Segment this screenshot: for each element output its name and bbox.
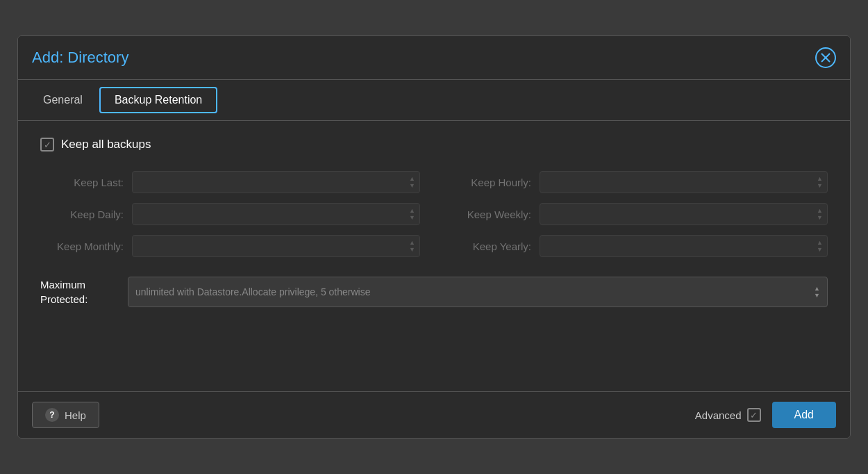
- field-row-keep-daily: Keep Daily: ▲ ▼: [40, 203, 420, 225]
- keep-hourly-spinner[interactable]: ▲ ▼: [817, 176, 823, 189]
- spinner-down-icon: ▼: [409, 215, 415, 221]
- spinner-up-icon: ▲: [817, 240, 823, 246]
- spinner-up-icon: ▲: [817, 208, 823, 214]
- spinner-down-icon: ▼: [817, 247, 823, 253]
- help-button[interactable]: ? Help: [32, 402, 99, 428]
- add-directory-dialog: Add: Directory General Backup Retention …: [17, 35, 851, 439]
- spinner-up-icon: ▲: [409, 208, 415, 214]
- add-button[interactable]: Add: [772, 402, 836, 428]
- field-row-keep-yearly: Keep Yearly: ▲ ▼: [448, 235, 828, 257]
- spinner-down-icon: ▼: [817, 215, 823, 221]
- advanced-checkbox[interactable]: [747, 408, 761, 422]
- tab-general[interactable]: General: [29, 87, 97, 113]
- keep-last-label: Keep Last:: [40, 177, 124, 188]
- max-protected-input[interactable]: unlimited with Datastore.Allocate privil…: [128, 277, 828, 307]
- keep-hourly-label: Keep Hourly:: [448, 177, 531, 188]
- help-icon: ?: [45, 408, 59, 422]
- spinner-down-icon: ▼: [817, 183, 823, 189]
- field-row-keep-last: Keep Last: ▲ ▼: [40, 171, 420, 193]
- keep-yearly-input[interactable]: ▲ ▼: [540, 235, 828, 257]
- dialog-body: Keep all backups Keep Last: ▲ ▼ Keep Hou…: [18, 121, 850, 391]
- keep-yearly-spinner[interactable]: ▲ ▼: [817, 240, 823, 253]
- keep-all-checkbox[interactable]: [40, 138, 54, 152]
- tab-bar: General Backup Retention: [18, 79, 850, 121]
- dialog-footer: ? Help Advanced Add: [18, 391, 850, 438]
- keep-all-label: Keep all backups: [61, 138, 151, 152]
- field-row-keep-weekly: Keep Weekly: ▲ ▼: [448, 203, 828, 225]
- field-row-keep-monthly: Keep Monthly: ▲ ▼: [40, 235, 420, 257]
- keep-yearly-label: Keep Yearly:: [448, 240, 531, 252]
- max-protected-row: MaximumProtected: unlimited with Datasto…: [40, 277, 828, 307]
- spinner-up-icon: ▲: [817, 176, 823, 182]
- max-protected-label: MaximumProtected:: [40, 277, 117, 307]
- keep-weekly-label: Keep Weekly:: [448, 209, 531, 220]
- keep-daily-input[interactable]: ▲ ▼: [132, 203, 420, 225]
- spinner-down-icon: ▼: [409, 183, 415, 189]
- max-protected-placeholder: unlimited with Datastore.Allocate privil…: [135, 286, 371, 297]
- keep-monthly-label: Keep Monthly:: [40, 240, 124, 252]
- close-icon: [821, 53, 831, 63]
- max-protected-spinner[interactable]: ▲ ▼: [814, 286, 820, 299]
- tab-backup-retention[interactable]: Backup Retention: [99, 87, 217, 113]
- keep-all-row: Keep all backups: [40, 138, 828, 152]
- field-row-keep-hourly: Keep Hourly: ▲ ▼: [448, 171, 828, 193]
- keep-last-input[interactable]: ▲ ▼: [132, 171, 420, 193]
- keep-daily-spinner[interactable]: ▲ ▼: [409, 208, 415, 221]
- fields-grid: Keep Last: ▲ ▼ Keep Hourly: ▲ ▼: [40, 171, 828, 257]
- help-label: Help: [65, 409, 86, 421]
- keep-monthly-spinner[interactable]: ▲ ▼: [409, 240, 415, 253]
- close-button[interactable]: [815, 47, 836, 68]
- spinner-down-icon: ▼: [409, 247, 415, 253]
- spinner-up-icon: ▲: [409, 176, 415, 182]
- dialog-title: Add: Directory: [32, 49, 128, 67]
- keep-daily-label: Keep Daily:: [40, 209, 124, 220]
- advanced-label: Advanced: [695, 409, 742, 421]
- keep-weekly-spinner[interactable]: ▲ ▼: [817, 208, 823, 221]
- spinner-up-icon: ▲: [814, 286, 820, 292]
- keep-weekly-input[interactable]: ▲ ▼: [540, 203, 828, 225]
- dialog-header: Add: Directory: [18, 36, 850, 79]
- advanced-row: Advanced: [695, 408, 761, 422]
- spinner-up-icon: ▲: [409, 240, 415, 246]
- footer-right: Advanced Add: [695, 402, 836, 428]
- keep-last-spinner[interactable]: ▲ ▼: [409, 176, 415, 189]
- spinner-down-icon: ▼: [814, 293, 820, 299]
- keep-monthly-input[interactable]: ▲ ▼: [132, 235, 420, 257]
- keep-hourly-input[interactable]: ▲ ▼: [540, 171, 828, 193]
